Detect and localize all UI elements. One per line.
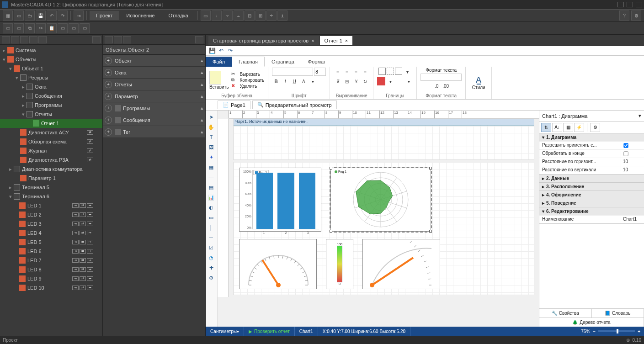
prop-vgap[interactable]: Расстояние по вертикали10 — [539, 166, 644, 174]
cat-tag[interactable]: +Тег▴ — [103, 126, 205, 138]
valign-top-button[interactable]: ⊼ — [334, 77, 342, 85]
tree-led2[interactable]: LED 2⇥⇄↦ — [0, 210, 102, 219]
prop-allow-checkbox[interactable] — [623, 143, 628, 148]
fill-color-button[interactable] — [377, 77, 385, 85]
tree-messages[interactable]: ▸Сообщения — [0, 91, 102, 101]
tree-diag-rza[interactable]: Диагностика РЗА⇄ — [0, 155, 102, 164]
prop-view-categorized[interactable]: ⇅ — [541, 123, 551, 132]
align-icon-7[interactable]: ⫩ — [266, 11, 277, 21]
tree-tool-5[interactable] — [38, 36, 47, 43]
cat-messages[interactable]: +Сообщения▴ — [103, 114, 205, 126]
copy-icon[interactable]: ⧉ — [25, 23, 35, 33]
prop-view-grid[interactable]: ▦ — [563, 123, 573, 132]
close-button[interactable] — [636, 2, 642, 7]
open-icon[interactable]: ▭ — [14, 11, 24, 21]
sec-btn-1[interactable]: ▭ — [3, 23, 13, 33]
redo-icon[interactable]: ↷ — [58, 11, 68, 21]
hline-tool[interactable]: ─ — [207, 233, 216, 242]
mid-tool-2[interactable] — [114, 36, 122, 43]
project-tree[interactable]: ▸Система ▾Объекты ▾Объект 1 ▾Ресурсы ▸Ок… — [0, 45, 102, 336]
linear-gauge[interactable]: 100 0 — [326, 239, 353, 289]
align-icon-6[interactable]: ⊞ — [255, 11, 266, 21]
font-name-input[interactable] — [272, 68, 313, 76]
tab-properties[interactable]: 🔧Свойства — [539, 309, 592, 318]
status-zoom-icon[interactable]: ⊕ — [626, 338, 630, 343]
gauge-tool[interactable]: ◐ — [207, 203, 216, 212]
tree-led10[interactable]: LED 10⇥⇄↦ — [0, 283, 102, 292]
paste-icon[interactable] — [209, 71, 221, 85]
format-btn-2[interactable]: .00 — [442, 82, 450, 90]
tree-led5[interactable]: LED 5⇥⇄↦ — [0, 238, 102, 247]
font-size-input[interactable] — [314, 68, 326, 76]
redo-icon[interactable]: ↷ — [227, 47, 234, 54]
tree-programs[interactable]: ▸Программы — [0, 101, 102, 110]
design-canvas[interactable]: 123456789101112131415161718 Чарт1. Источ… — [218, 111, 539, 327]
prop-gear[interactable]: ⚙ — [590, 123, 600, 132]
tree-objects[interactable]: ▾Объекты — [0, 55, 102, 64]
prop-allow-apply[interactable]: Разрешить применять с... — [539, 141, 644, 149]
cross-tool[interactable]: ✚ — [207, 263, 216, 272]
tree-reports-folder[interactable]: ▾Отчеты — [0, 110, 102, 119]
text-tool[interactable]: T — [207, 132, 216, 142]
align-icon-3[interactable]: ⫟ — [223, 11, 233, 21]
prop-view-alpha[interactable]: A↓ — [552, 123, 562, 132]
tree-windows[interactable]: ▸Окна — [0, 82, 102, 91]
border-outer-button[interactable] — [395, 68, 402, 75]
vline-tool[interactable]: │ — [207, 223, 216, 232]
report-chart-band[interactable]: Ряд 1 100%80%60%40%20%0% 123 Ряд 1 — [233, 162, 534, 295]
copy-button[interactable]: ⧉Копировать — [231, 77, 264, 83]
tree-led3[interactable]: LED 3⇥⇄↦ — [0, 219, 102, 228]
tree-param1[interactable]: Параметр 1 — [0, 174, 102, 183]
bar-chart[interactable]: Ряд 1 100%80%60%40%20%0% 123 — [239, 168, 321, 232]
zoom-in-button[interactable]: + — [638, 329, 640, 334]
border-width-button[interactable]: ▾ — [404, 77, 413, 85]
align-icon-5[interactable]: ⊟ — [245, 11, 255, 21]
prop-hgap[interactable]: Расстояние по горизонт...10 — [539, 158, 644, 166]
tab-report1[interactable]: Отчет 1× — [320, 36, 353, 45]
tab-start-page[interactable]: Стартовая страница редактора проектов× — [208, 36, 319, 45]
shape-tool[interactable]: ✦ — [207, 153, 216, 162]
format-btn-1[interactable]: .0 — [432, 82, 441, 90]
tree-terminal6[interactable]: ▾Терминал 6 — [0, 192, 102, 201]
minimize-button[interactable] — [617, 2, 624, 7]
maximize-button[interactable] — [627, 2, 633, 7]
styles-button[interactable]: A̲ Стили — [469, 75, 488, 90]
align-icon-4[interactable]: ⫠ — [234, 11, 244, 21]
checkbox-tool[interactable]: ☑ — [207, 243, 216, 252]
ribbon-tab-format[interactable]: Формат — [301, 57, 333, 67]
tree-resources[interactable]: ▾Ресурсы — [0, 73, 102, 82]
pointer-tool[interactable]: ➤ — [207, 112, 216, 122]
sec-btn-2[interactable]: ▭ — [14, 23, 24, 33]
font-color-button[interactable]: A — [299, 77, 308, 85]
border-more-button[interactable]: ▾ — [403, 68, 411, 76]
border-color-button[interactable]: ▾ — [386, 77, 394, 85]
settings-icon[interactable]: ⚙ — [631, 11, 641, 21]
close-icon[interactable]: × — [345, 38, 348, 43]
highlight-button[interactable]: ▾ — [309, 77, 317, 85]
tree-report1[interactable]: Отчет 1 — [0, 119, 102, 128]
prop-process-end[interactable]: Обработать в конце — [539, 149, 644, 158]
page-tab-page1[interactable]: 📄Page1 — [218, 101, 250, 109]
page-tab-preview[interactable]: 🔍Предварительный просмотр — [252, 101, 337, 109]
help-icon[interactable]: ? — [619, 11, 629, 21]
mid-tool-3[interactable] — [123, 36, 131, 43]
line-tool[interactable]: — — [207, 173, 216, 182]
mid-tool-r[interactable] — [195, 36, 203, 43]
image-tool[interactable]: 🖼 — [207, 143, 216, 152]
align-center-button[interactable]: ≡ — [343, 68, 351, 76]
align-left-button[interactable]: ≡ — [334, 68, 342, 76]
cat-windows[interactable]: +Окна▴ — [103, 67, 205, 79]
undo-icon[interactable]: ↶ — [218, 47, 225, 54]
ribbon-tab-home[interactable]: Главная — [232, 57, 265, 67]
folder-icon[interactable]: 🗀 — [25, 11, 35, 21]
tree-tool-3[interactable] — [20, 36, 28, 43]
tree-terminal5[interactable]: ▸Терминал 5 — [0, 183, 102, 192]
save-icon[interactable]: 💾 — [36, 11, 46, 21]
border-style-button[interactable]: — — [395, 77, 404, 85]
prop-events[interactable]: ⚡ — [574, 123, 584, 132]
tree-led4[interactable]: LED 4⇥⇄↦ — [0, 228, 102, 238]
text-format-input[interactable] — [420, 74, 462, 81]
tree-tool-4[interactable] — [29, 36, 37, 43]
sec-btn-7[interactable]: ▭ — [69, 23, 79, 33]
table-tool[interactable]: ▤ — [207, 183, 216, 192]
